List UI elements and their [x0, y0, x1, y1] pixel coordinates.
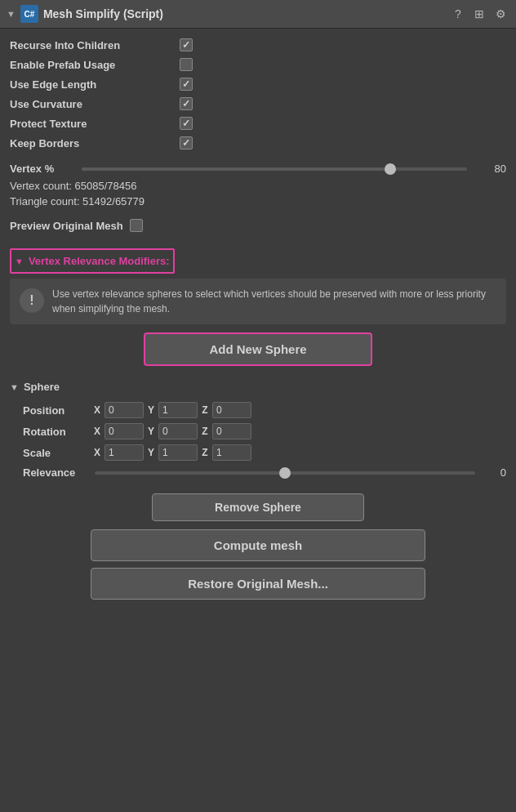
- scale-axes: X Y Z: [91, 444, 506, 461]
- use-edge-length-row: Use Edge Length: [10, 74, 506, 94]
- relevance-row: Relevance 0: [10, 463, 506, 482]
- recurse-into-children-checkbox[interactable]: [180, 38, 193, 51]
- vertex-percent-label: Vertex %: [10, 163, 75, 175]
- protect-texture-checkbox[interactable]: [180, 117, 193, 130]
- use-curvature-row: Use Curvature: [10, 94, 506, 114]
- content: Recurse Into Children Enable Prefab Usag…: [0, 29, 516, 627]
- rotation-x-label: X: [91, 426, 103, 437]
- relevance-label: Relevance: [23, 466, 88, 479]
- enable-prefab-usage-label: Enable Prefab Usage: [10, 59, 173, 71]
- remove-sphere-button[interactable]: Remove Sphere: [152, 493, 364, 521]
- compute-mesh-button[interactable]: Compute mesh: [91, 529, 425, 561]
- position-x-label: X: [91, 404, 103, 416]
- help-button[interactable]: ?: [449, 5, 467, 23]
- scale-z-label: Z: [199, 447, 211, 458]
- header-actions: ? ⊞ ⚙: [449, 5, 509, 23]
- scale-row: Scale X Y Z: [10, 442, 506, 463]
- scale-z-input[interactable]: [212, 444, 251, 461]
- panel: ▼ C# Mesh Simplify (Script) ? ⊞ ⚙ Recurs…: [0, 0, 516, 627]
- use-edge-length-label: Use Edge Length: [10, 78, 173, 91]
- sphere-header: ▼ Sphere: [10, 377, 506, 396]
- protect-texture-row: Protect Texture: [10, 114, 506, 133]
- scale-y-label: Y: [145, 447, 157, 458]
- rotation-y-input[interactable]: [158, 423, 198, 439]
- sphere-title: Sphere: [24, 381, 60, 393]
- vertex-relevance-info-box: ! Use vertex relevance spheres to select…: [10, 279, 506, 324]
- enable-prefab-usage-row: Enable Prefab Usage: [10, 55, 506, 74]
- recurse-into-children-row: Recurse Into Children: [10, 35, 506, 55]
- relevance-value: 0: [482, 466, 506, 479]
- position-y-input[interactable]: [158, 402, 198, 418]
- protect-texture-label: Protect Texture: [10, 118, 173, 130]
- add-new-sphere-button[interactable]: Add New Sphere: [144, 332, 372, 366]
- rotation-z-input[interactable]: [212, 423, 251, 439]
- panel-title: Mesh Simplify (Script): [43, 7, 444, 20]
- rotation-y-label: Y: [145, 426, 157, 437]
- triangle-count: Triangle count: 51492/65779: [10, 194, 506, 209]
- rotation-label: Rotation: [23, 426, 88, 438]
- preview-original-mesh-checkbox[interactable]: [130, 219, 143, 232]
- rotation-z-label: Z: [199, 426, 211, 437]
- keep-borders-row: Keep Borders: [10, 133, 506, 153]
- position-y-label: Y: [145, 404, 157, 416]
- position-z-label: Z: [199, 404, 211, 416]
- use-curvature-checkbox[interactable]: [180, 97, 193, 110]
- position-label: Position: [23, 404, 88, 417]
- vertex-percent-thumb[interactable]: [385, 163, 396, 175]
- vertex-percent-row: Vertex % 80: [10, 159, 506, 178]
- restore-original-mesh-button[interactable]: Restore Original Mesh...: [91, 568, 425, 600]
- header: ▼ C# Mesh Simplify (Script) ? ⊞ ⚙: [0, 0, 516, 29]
- use-curvature-label: Use Curvature: [10, 98, 173, 110]
- vertex-relevance-info-text: Use vertex relevance spheres to select w…: [52, 287, 496, 316]
- script-icon: C#: [20, 5, 38, 23]
- relevance-thumb[interactable]: [279, 467, 291, 479]
- keep-borders-label: Keep Borders: [10, 137, 173, 149]
- use-edge-length-checkbox[interactable]: [180, 78, 193, 91]
- vertex-relevance-arrow-icon[interactable]: ▼: [15, 257, 24, 266]
- layout-button[interactable]: ⊞: [470, 5, 488, 23]
- keep-borders-checkbox[interactable]: [180, 136, 193, 149]
- vertex-relevance-section-header: ▼ Vertex Relevance Modifiers:: [10, 248, 175, 274]
- sphere-section: ▼ Sphere Position X Y Z Rotation: [10, 374, 506, 485]
- preview-original-mesh-row: Preview Original Mesh: [10, 216, 506, 235]
- preview-original-mesh-label: Preview Original Mesh: [10, 220, 123, 232]
- vertex-percent-fill: [82, 167, 390, 171]
- position-axes: X Y Z: [91, 402, 506, 418]
- vertex-count: Vertex count: 65085/78456: [10, 178, 506, 194]
- info-icon: !: [20, 288, 44, 313]
- relevance-track[interactable]: [95, 471, 475, 475]
- position-x-input[interactable]: [105, 402, 144, 418]
- position-z-input[interactable]: [212, 402, 251, 418]
- settings-button[interactable]: ⚙: [492, 5, 509, 23]
- enable-prefab-usage-checkbox[interactable]: [180, 58, 193, 71]
- rotation-x-input[interactable]: [105, 423, 144, 439]
- rotation-row: Rotation X Y Z: [10, 421, 506, 442]
- collapse-arrow-icon[interactable]: ▼: [7, 9, 16, 19]
- scale-x-label: X: [91, 447, 103, 458]
- scale-x-input[interactable]: [105, 444, 144, 461]
- scale-y-input[interactable]: [158, 444, 198, 461]
- recurse-into-children-label: Recurse Into Children: [10, 39, 173, 51]
- vertex-percent-track[interactable]: [82, 167, 467, 171]
- scale-label: Scale: [23, 447, 88, 459]
- position-row: Position X Y Z: [10, 399, 506, 421]
- vertex-percent-value: 80: [474, 163, 506, 175]
- vertex-relevance-title: Vertex Relevance Modifiers:: [29, 255, 170, 267]
- rotation-axes: X Y Z: [91, 423, 506, 439]
- sphere-arrow-icon[interactable]: ▼: [10, 382, 19, 392]
